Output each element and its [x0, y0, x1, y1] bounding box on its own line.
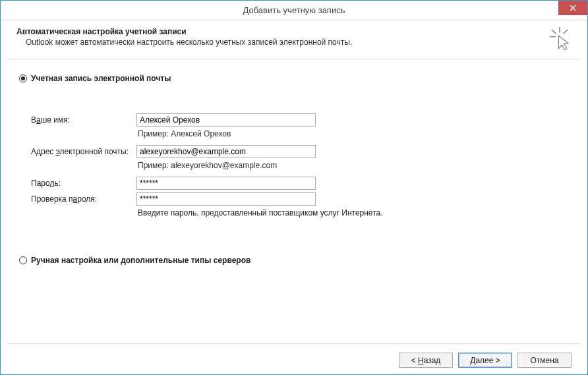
cancel-button[interactable]: Отмена	[517, 353, 572, 368]
name-input[interactable]	[136, 113, 316, 127]
email-label: Адрес электронной почты:	[31, 147, 136, 156]
password-hint-row: Введите пароль, предоставленный поставщи…	[31, 208, 569, 217]
name-example: Пример: Алексей Орехов	[136, 129, 231, 138]
email-row: Адрес электронной почты:	[31, 145, 569, 158]
svg-line-4	[552, 30, 556, 34]
content-area: Автоматическая настройка учетной записи …	[1, 20, 587, 374]
svg-line-5	[564, 30, 568, 34]
confirm-password-label: Проверка пароля:	[31, 194, 136, 204]
radio-email-account[interactable]: Учетная запись электронной почты	[19, 74, 569, 83]
close-icon	[570, 5, 576, 11]
form-area: Учетная запись электронной почты Ваше им…	[7, 59, 581, 343]
fields-group: Ваше имя: Пример: Алексей Орехов Адрес э…	[19, 113, 569, 217]
confirm-password-row: Проверка пароля:	[31, 192, 569, 206]
password-label: Пароль:	[31, 179, 136, 188]
add-account-window: Добавить учетную запись Автоматическая н…	[0, 0, 588, 375]
confirm-password-input[interactable]	[136, 192, 316, 206]
email-input[interactable]	[136, 145, 316, 158]
cursor-click-icon	[546, 26, 573, 52]
wizard-header: Автоматическая настройка учетной записи …	[7, 20, 581, 59]
radio-icon	[19, 256, 27, 264]
name-row: Ваше имя:	[31, 113, 569, 127]
password-hint: Введите пароль, предоставленный поставщи…	[136, 208, 383, 217]
radio-email-account-label: Учетная запись электронной почты	[31, 74, 171, 83]
email-example: Пример: alexeyorekhov@example.com	[136, 161, 277, 170]
titlebar: Добавить учетную запись	[1, 1, 587, 20]
password-row: Пароль:	[31, 177, 569, 190]
radio-icon	[19, 74, 27, 82]
radio-manual-setup[interactable]: Ручная настройка или дополнительные типы…	[19, 256, 569, 265]
wizard-header-subtitle: Outlook может автоматически настроить не…	[16, 38, 573, 47]
password-input[interactable]	[136, 177, 316, 190]
name-label: Ваше имя:	[31, 115, 136, 125]
close-button[interactable]	[558, 1, 587, 15]
radio-manual-setup-label: Ручная настройка или дополнительные типы…	[31, 256, 250, 265]
email-example-row: Пример: alexeyorekhov@example.com	[31, 161, 569, 170]
next-button[interactable]: Далее >	[458, 353, 512, 368]
wizard-footer: < Назад Далее > Отмена	[7, 343, 581, 368]
wizard-header-title: Автоматическая настройка учетной записи	[16, 27, 573, 36]
back-button[interactable]: < Назад	[399, 353, 453, 368]
window-title: Добавить учетную запись	[243, 5, 345, 15]
name-example-row: Пример: Алексей Орехов	[31, 129, 569, 138]
